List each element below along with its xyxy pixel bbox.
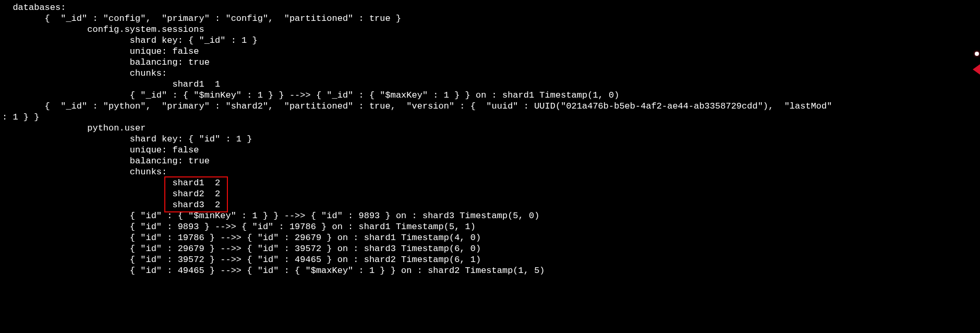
terminal-output: databases: { "_id" : "config", "primary"… [0,0,980,276]
side-badge-icon [967,50,980,81]
